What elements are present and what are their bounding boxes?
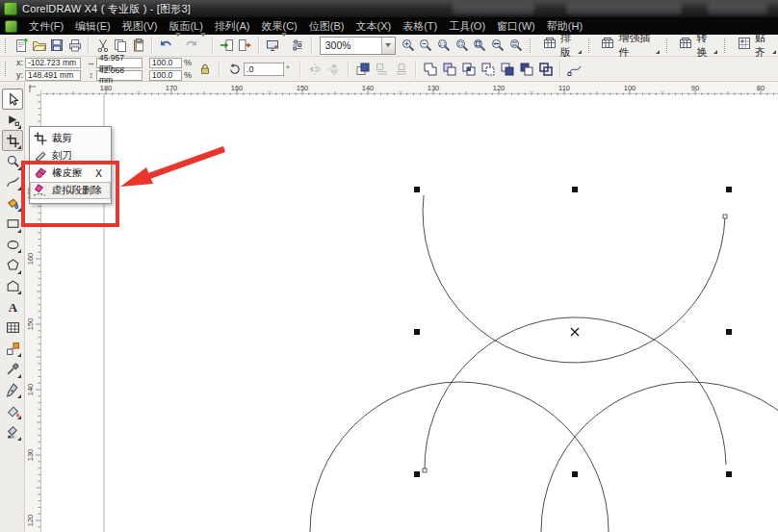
trim-icon[interactable]	[440, 60, 459, 79]
toolbar-grip[interactable]	[724, 38, 728, 53]
zoom-out-icon[interactable]	[417, 36, 435, 55]
selection-center-mark[interactable]	[571, 328, 579, 336]
wrap-text-icon[interactable]	[373, 60, 392, 79]
selection-handle[interactable]	[726, 471, 732, 477]
ellipse-tool[interactable]	[2, 234, 23, 255]
selection-handle[interactable]	[414, 187, 420, 192]
dropdown-arrow-icon[interactable]	[281, 37, 289, 54]
new-document-icon[interactable]	[13, 36, 31, 55]
selection-handle[interactable]	[572, 187, 578, 192]
zoom-selected-icon[interactable]	[453, 36, 471, 55]
menubar-item-2[interactable]: 编辑(E)	[69, 17, 117, 36]
scale-v-input[interactable]: 100.0	[149, 70, 182, 81]
zoom-width-icon[interactable]	[506, 36, 525, 55]
mirror-horizontal-icon[interactable]	[305, 60, 324, 79]
menubar-item-5[interactable]: 排列(A)	[209, 17, 256, 36]
selection-handle[interactable]	[726, 329, 732, 335]
dropdown-arrow-icon[interactable]	[175, 37, 183, 54]
save-icon[interactable]	[48, 36, 66, 55]
back-minus-front-icon[interactable]	[517, 60, 536, 79]
lock-ratio-icon[interactable]	[195, 60, 215, 79]
application-launcher-icon[interactable]	[264, 36, 282, 55]
drawing-canvas[interactable]	[40, 93, 778, 532]
selection-handle[interactable]	[726, 187, 732, 192]
button-zengqiang-chajian[interactable]: 增强插件	[595, 35, 661, 56]
export-icon[interactable]	[236, 36, 254, 55]
menubar-item-8[interactable]: 文本(X)	[350, 17, 397, 36]
polygon-tool[interactable]	[2, 255, 23, 276]
weld-icon[interactable]	[421, 60, 440, 79]
zoom-page-icon[interactable]	[489, 36, 507, 55]
y-position-input[interactable]: 148.491 mm	[25, 70, 81, 81]
welcome-screen-icon[interactable]	[289, 36, 307, 55]
curve-end-node[interactable]	[723, 215, 727, 218]
x-position-input[interactable]: -102.723 mm	[25, 58, 81, 68]
crop-tool[interactable]	[2, 130, 23, 151]
svg-text:130: 130	[428, 84, 440, 92]
curve-arc	[425, 317, 726, 471]
table-tool[interactable]	[2, 317, 23, 339]
zoom-level-combo[interactable]: 300%	[320, 37, 397, 55]
undo-icon[interactable]	[157, 36, 175, 55]
open-icon[interactable]	[30, 36, 48, 55]
menubar-item-1[interactable]: 文件(F)	[23, 17, 69, 36]
zoom-tool[interactable]	[2, 151, 23, 172]
basic-shapes-tool[interactable]	[2, 275, 23, 296]
toolbar-grip[interactable]	[588, 38, 592, 53]
layout-grid-icon	[600, 36, 615, 55]
intersect-icon[interactable]	[459, 60, 479, 79]
toolbar-grip[interactable]	[5, 38, 9, 53]
horizontal-ruler[interactable]: 1801701601501401301201101009080	[40, 82, 778, 94]
copy-icon[interactable]	[112, 36, 130, 55]
flyout-item-crop[interactable]: 裁剪	[30, 130, 111, 147]
convert-to-curves-icon[interactable]	[565, 60, 584, 79]
menubar-item-7[interactable]: 位图(B)	[303, 17, 350, 36]
interactive-fill-tool[interactable]	[2, 421, 23, 443]
text-tool[interactable]: A	[2, 296, 23, 317]
zoom-actual-icon[interactable]: 1:1	[435, 36, 454, 55]
shape-tool[interactable]	[2, 110, 23, 131]
menubar-item-3[interactable]: 视图(V)	[117, 17, 164, 36]
selection-handle[interactable]	[572, 471, 578, 477]
toolbar-grip[interactable]	[530, 38, 533, 53]
combo-dropdown-button[interactable]	[381, 38, 395, 54]
zoom-in-icon[interactable]	[399, 36, 417, 55]
button-paiban[interactable]: 排版	[537, 35, 584, 56]
menubar-item-9[interactable]: 表格(T)	[397, 17, 443, 36]
scale-h-input[interactable]: 100.0	[149, 58, 182, 68]
menubar-item-6[interactable]: 效果(C)	[256, 17, 303, 36]
menubar-item-11[interactable]: 窗口(W)	[491, 17, 541, 36]
rectangle-tool[interactable]	[2, 214, 23, 235]
toolbar-grip[interactable]	[666, 38, 670, 53]
front-minus-back-icon[interactable]	[498, 60, 517, 79]
zoom-all-icon[interactable]	[471, 36, 489, 55]
outline-tool[interactable]	[2, 379, 23, 400]
fill-tool[interactable]	[2, 400, 23, 421]
curve-end-node[interactable]	[423, 469, 427, 472]
dropdown-arrow-icon[interactable]	[200, 37, 208, 54]
to-front-icon[interactable]	[353, 60, 373, 79]
button-tieqi[interactable]: 贴齐	[732, 35, 778, 56]
import-icon[interactable]	[218, 36, 236, 55]
smart-fill-tool[interactable]	[2, 192, 23, 214]
simplify-icon[interactable]	[479, 60, 498, 79]
eyedropper-tool[interactable]	[2, 359, 23, 380]
redo-icon[interactable]	[183, 36, 201, 55]
cut-icon[interactable]	[93, 36, 112, 55]
print-icon[interactable]	[66, 36, 85, 55]
toolbar-grip[interactable]	[5, 62, 9, 76]
menubar-item-10[interactable]: 工具(O)	[443, 17, 491, 36]
mirror-vertical-icon[interactable]	[324, 60, 344, 79]
layout-grid-icon	[542, 36, 558, 55]
button-zhuanhuan[interactable]: 转换	[673, 35, 719, 56]
create-boundary-icon[interactable]	[536, 60, 556, 79]
rotation-angle-input[interactable]: .0	[244, 63, 284, 76]
object-height-input[interactable]: 42.068 mm	[96, 70, 143, 81]
blend-tool[interactable]	[2, 338, 23, 359]
pick-tool[interactable]	[2, 89, 23, 110]
unwrap-text-icon[interactable]	[392, 60, 411, 79]
selection-handle[interactable]	[414, 329, 420, 335]
selection-handle[interactable]	[414, 471, 420, 477]
freehand-tool[interactable]	[2, 171, 23, 192]
paste-icon[interactable]	[130, 36, 148, 55]
